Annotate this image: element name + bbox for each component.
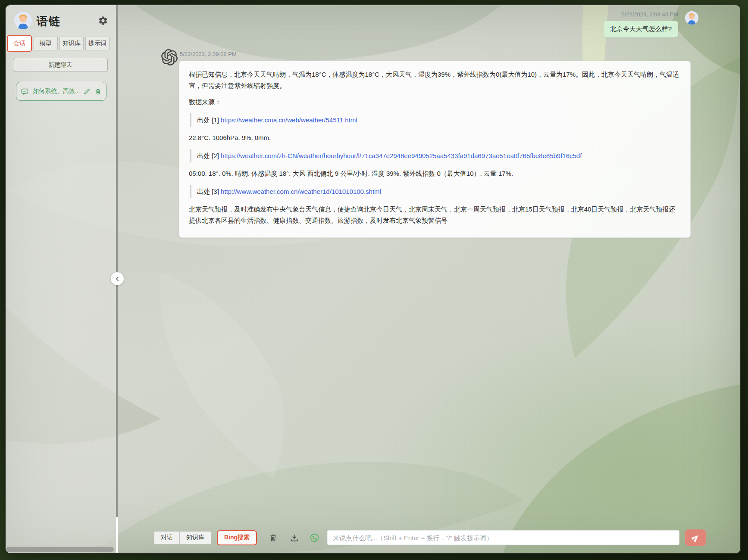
sidebar-collapse-button[interactable] [111,272,124,285]
clear-chat-button[interactable] [268,532,278,543]
chat-history-item[interactable]: 如何系统、高效... [16,82,106,101]
snippet-1: 22.8°C. 1006hPa. 9%. 0mm. [189,132,681,143]
app-avatar [14,12,32,29]
sidebar-scrollbar[interactable] [6,547,114,552]
tab-prompts[interactable]: 提示词 [85,37,110,50]
answer-paragraph: 根据已知信息，北京今天天气晴朗，气温为18°C，体感温度为18°C，大风天气，湿… [189,69,681,91]
mode-switch: 对话 知识库 [154,531,211,544]
mode-chat-button[interactable]: 对话 [154,531,180,544]
assistant-card: 根据已知信息，北京今天天气晴朗，气温为18°C，体感温度为18°C，大风天气，湿… [179,61,691,238]
snippet-2: 05:00. 18°. 0%. 晴朗. 体感温度 18°. 大风 西北偏北 9 … [189,168,681,179]
sidebar: 语链 会话 模型 知识库 提示词 新建聊天 如何系统、高效... [6,5,116,553]
source-1: 出处 [1] https://weather.cma.cn/web/weathe… [190,113,681,127]
openai-logo-icon [161,49,178,65]
send-icon [692,534,700,542]
chat-area: 5/22/2023, 2:08:43 PM 北京今天天气怎么样? 5/22/20… [119,5,740,553]
composer: 对话 知识库 Bing搜索 [154,529,706,546]
message-input[interactable] [327,530,679,545]
tab-knowledge-base[interactable]: 知识库 [59,37,84,50]
chevron-left-icon [114,276,121,282]
trash-icon [269,533,278,542]
source-1-link[interactable]: https://weather.cma.cn/web/weather/54511… [221,116,357,124]
screen: { "app": { "title": "语链" }, "sidebar": {… [0,0,748,560]
new-chat-button[interactable]: 新建聊天 [13,58,108,72]
user-timestamp: 5/22/2023, 2:08:43 PM [621,11,678,18]
sidebar-tabs: 会话 模型 知识库 提示词 [7,37,110,50]
source-2-link[interactable]: https://weather.com/zh-CN/weather/hourby… [221,152,582,159]
gear-icon [98,16,108,26]
app-window: 语链 会话 模型 知识库 提示词 新建聊天 如何系统、高效... [5,4,741,554]
tab-conversations[interactable]: 会话 [7,35,32,52]
send-button[interactable] [685,529,706,546]
app-title: 语链 [37,14,61,29]
tab-models[interactable]: 模型 [34,37,58,50]
delete-icon[interactable] [94,88,102,95]
user-avatar [685,11,698,25]
user-message: 5/22/2023, 2:08:43 PM 北京今天天气怎么样? [604,11,698,37]
download-icon [290,533,299,542]
mode-knowledge-button[interactable]: 知识库 [179,531,211,544]
export-button[interactable] [289,532,299,543]
chat-bubble-icon [21,87,29,96]
source-3-link[interactable]: http://www.weather.com.cn/weather1d/1010… [221,188,381,195]
chat-history-title: 如何系统、高效... [33,87,79,95]
assistant-timestamp: 5/22/2023, 2:09:08 PM [180,51,691,57]
source-3: 出处 [3] http://www.weather.com.cn/weather… [190,185,681,199]
sources-label: 数据来源： [189,96,681,108]
whatsapp-icon [310,533,319,543]
assistant-message: 5/22/2023, 2:09:08 PM 根据已知信息，北京今天天气晴朗，气温… [161,49,691,238]
source-1-label: 出处 [1] [197,116,219,124]
source-2: 出处 [2] https://weather.com/zh-CN/weather… [190,149,681,163]
source-2-label: 出处 [2] [197,152,219,159]
settings-button[interactable] [97,16,109,27]
source-3-label: 出处 [3] [197,188,219,195]
edit-icon[interactable] [83,88,91,95]
user-bubble: 北京今天天气怎么样? [604,21,678,37]
whatsapp-button[interactable] [309,532,319,543]
snippet-3: 北京天气预报，及时准确发布中央气象台天气信息，便捷查询北京今日天气，北京周末天气… [189,204,681,226]
bing-search-button[interactable]: Bing搜索 [217,530,257,545]
